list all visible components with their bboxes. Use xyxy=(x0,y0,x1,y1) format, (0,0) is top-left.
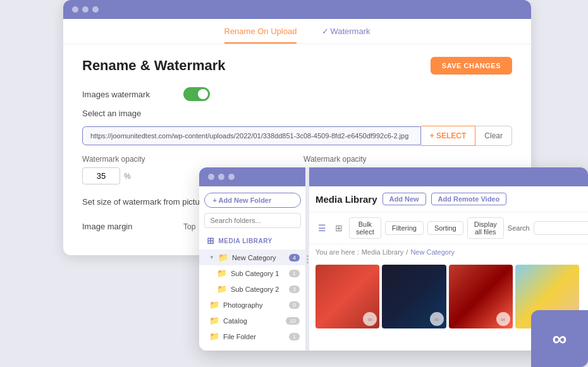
search-folders-input[interactable] xyxy=(204,213,300,228)
folder-icon-1: 📁 xyxy=(218,253,228,262)
image-margin-label: Image margin xyxy=(82,222,171,231)
folder-badge-file: 1 xyxy=(289,333,300,340)
breadcrumb-prefix: You are here : xyxy=(315,248,359,256)
sorting-button[interactable]: Sorting xyxy=(427,221,463,235)
folder-icon-sub1: 📁 xyxy=(217,268,227,278)
set-size-label: Set size of watermark from picture xyxy=(82,197,207,207)
image-url-input[interactable] xyxy=(82,126,421,145)
select-image-row: Select an image xyxy=(82,109,512,118)
search-label: Search xyxy=(508,224,530,232)
resize-handle[interactable] xyxy=(305,167,309,351)
folder-name-sub1: Sub Category 1 xyxy=(231,270,279,277)
opacity-right-label: Watermark opacity xyxy=(303,155,512,164)
image-thumb-3[interactable]: ∞ xyxy=(449,265,513,328)
grid-icon: ⊞ xyxy=(207,236,215,246)
fg-dot-2 xyxy=(218,174,224,180)
fg-titlebar xyxy=(199,167,588,186)
folder-badge-1: 4 xyxy=(289,254,300,262)
folder-badge-photo: 0 xyxy=(289,301,300,309)
tab-rename[interactable]: Rename On Upload xyxy=(224,27,297,44)
media-lib-text: MEDIA LIBRARY xyxy=(219,238,273,244)
folder-sub-2[interactable]: 📁 Sub Category 2 3 xyxy=(199,281,306,297)
save-button[interactable]: SAVE CHANGES xyxy=(431,57,512,75)
opacity-left-label: Watermark opacity xyxy=(82,155,291,164)
clear-button[interactable]: Clear xyxy=(475,126,512,146)
opacity-input[interactable] xyxy=(82,167,120,184)
titlebar-dot-2 xyxy=(82,6,89,13)
folder-photography[interactable]: 📁 Photography 0 xyxy=(199,297,306,313)
bg-titlebar xyxy=(63,0,531,19)
folder-badge-sub1: 1 xyxy=(289,270,300,277)
folder-badge-catalog: 10 xyxy=(286,317,300,325)
img-logo-3: ∞ xyxy=(496,312,510,326)
add-remote-button[interactable]: Add Remote Video xyxy=(431,193,507,205)
folder-name-file: File Folder xyxy=(223,333,256,340)
folder-name-sub2: Sub Category 2 xyxy=(231,286,279,293)
titlebar-dot-3 xyxy=(92,6,99,13)
expand-icon: ▼ xyxy=(209,255,214,260)
add-folder-button[interactable]: + Add New Folder xyxy=(204,193,300,208)
folder-icon-photo: 📁 xyxy=(209,300,219,310)
folder-name-photo: Photography xyxy=(223,301,262,309)
titlebar-dot-1 xyxy=(72,6,78,13)
images-watermark-label: Images watermark xyxy=(82,90,171,99)
folder-badge-sub2: 3 xyxy=(289,286,300,293)
filtering-button[interactable]: Filtering xyxy=(385,221,424,235)
tab-watermark-label: Watermark xyxy=(330,27,370,36)
image-thumb-1[interactable]: ∞ xyxy=(315,265,379,328)
img-logo-2: ∞ xyxy=(430,312,444,326)
grid-view-icon[interactable]: ⊞ xyxy=(333,222,345,234)
media-library-label: ⊞ MEDIA LIBRARY xyxy=(199,233,306,250)
logo-icon: ∞ xyxy=(553,327,567,351)
breadcrumb-current: New Category xyxy=(410,248,455,256)
folder-icon-catalog: 📁 xyxy=(209,316,219,325)
folder-list: ▼ 📁 New Category 4 📁 Sub Category 1 1 📁 … xyxy=(199,250,306,344)
fg-dot-1 xyxy=(208,174,214,180)
folder-catalog[interactable]: 📁 Catalog 10 xyxy=(199,313,306,328)
media-header: Media Library Add New Add Remote Video xyxy=(307,186,588,212)
folder-file[interactable]: 📁 File Folder 1 xyxy=(199,328,306,344)
drag-dots xyxy=(307,255,309,263)
bg-tabs: Rename On Upload ✓Watermark xyxy=(63,19,531,44)
fg-dot-3 xyxy=(228,174,235,180)
add-new-button[interactable]: Add New xyxy=(383,193,426,205)
select-image-label: Select an image xyxy=(82,109,171,118)
image-thumb-2[interactable]: ∞ xyxy=(382,265,446,328)
breadcrumb: You are here : Media Library / New Categ… xyxy=(307,244,588,260)
tab-watermark[interactable]: ✓Watermark xyxy=(322,27,370,44)
folder-icon-file: 📁 xyxy=(209,332,219,341)
media-sidebar: + Add New Folder ⊞ MEDIA LIBRARY ▼ 📁 New… xyxy=(199,186,307,351)
media-title: Media Library xyxy=(315,194,377,205)
top-label: Top xyxy=(183,222,195,231)
img-logo-1: ∞ xyxy=(363,312,377,326)
folder-new-category[interactable]: ▼ 📁 New Category 4 xyxy=(199,250,306,265)
bg-card-header: Rename & Watermark SAVE CHANGES xyxy=(82,57,512,75)
url-bar: + SELECT Clear xyxy=(82,126,512,146)
list-view-icon[interactable]: ☰ xyxy=(315,222,329,234)
page-title: Rename & Watermark xyxy=(82,57,226,74)
toolbar: ☰ ⊞ Bulk select Filtering Sorting Displa… xyxy=(307,212,588,244)
media-library-card: + Add New Folder ⊞ MEDIA LIBRARY ▼ 📁 New… xyxy=(199,167,588,351)
folder-icon-sub2: 📁 xyxy=(217,284,227,294)
fg-body: + Add New Folder ⊞ MEDIA LIBRARY ▼ 📁 New… xyxy=(199,186,588,351)
search-area: Search xyxy=(508,221,588,235)
search-input[interactable] xyxy=(534,221,588,235)
breadcrumb-parent[interactable]: Media Library xyxy=(362,248,404,256)
opacity-unit: % xyxy=(124,172,131,181)
breadcrumb-sep: / xyxy=(406,248,408,256)
watermark-check-icon: ✓ xyxy=(322,27,329,36)
display-all-button[interactable]: Display all files xyxy=(467,217,504,239)
images-watermark-row: Images watermark xyxy=(82,87,512,101)
brand-logo: ∞ xyxy=(531,310,588,367)
folder-name-1: New Category xyxy=(232,254,276,262)
watermark-toggle[interactable] xyxy=(183,87,210,101)
select-button[interactable]: + SELECT xyxy=(421,126,476,146)
folder-sub-1[interactable]: 📁 Sub Category 1 1 xyxy=(199,265,306,281)
folder-name-catalog: Catalog xyxy=(223,317,247,325)
bulk-select-button[interactable]: Bulk select xyxy=(349,217,381,239)
